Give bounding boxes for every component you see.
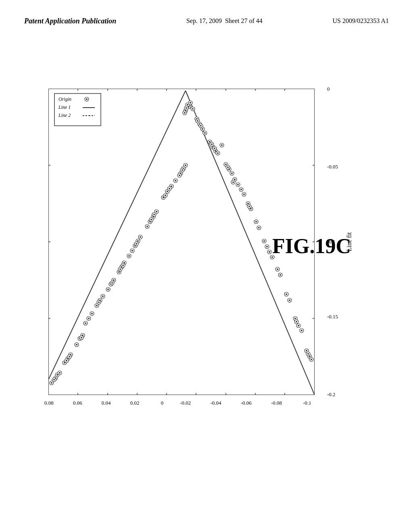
svg-point-58 (88, 318, 90, 319)
svg-point-118 (171, 185, 172, 187)
svg-point-72 (107, 289, 109, 290)
svg-point-158 (200, 125, 202, 127)
svg-point-98 (140, 236, 141, 238)
svg-point-154 (202, 128, 203, 130)
svg-point-230 (309, 356, 311, 357)
svg-point-186 (237, 184, 239, 185)
svg-point-102 (146, 226, 148, 227)
svg-point-86 (122, 264, 124, 266)
svg-point-132 (185, 164, 186, 166)
svg-point-180 (227, 166, 229, 168)
svg-point-62 (85, 322, 86, 324)
svg-point-202 (258, 227, 260, 229)
svg-point-218 (289, 299, 290, 301)
svg-point-48 (69, 356, 70, 357)
svg-point-68 (102, 295, 104, 297)
publication-date-sheet: Sep. 17, 2009 Sheet 27 of 44 (186, 16, 263, 26)
svg-point-38 (59, 372, 60, 374)
x-label-4: 0 (161, 400, 164, 406)
svg-point-144 (190, 102, 191, 104)
publication-title: Patent Application Publication (24, 16, 116, 26)
svg-point-30 (51, 382, 52, 384)
page-header: Patent Application Publication Sep. 17, … (0, 16, 413, 26)
svg-text:Line 2: Line 2 (58, 112, 71, 118)
svg-point-212 (277, 268, 278, 270)
svg-point-108 (156, 211, 157, 212)
svg-point-134 (181, 169, 183, 171)
svg-point-222 (298, 325, 299, 326)
svg-point-146 (192, 108, 194, 110)
svg-line-27 (48, 91, 186, 380)
svg-point-208 (269, 251, 270, 253)
svg-point-110 (150, 219, 152, 220)
figure-label: FIG.19C (272, 234, 351, 258)
svg-point-220 (294, 318, 296, 319)
svg-point-36 (56, 374, 58, 376)
y-label-1: -0.05 (327, 164, 338, 170)
svg-point-164 (209, 141, 211, 143)
y-label-3: -0.15 (327, 314, 338, 320)
svg-point-116 (167, 191, 168, 192)
svg-point-88 (119, 268, 121, 270)
y-label-4: -0.2 (327, 391, 336, 398)
svg-point-50 (76, 344, 77, 345)
svg-point-216 (286, 293, 287, 295)
svg-point-228 (306, 350, 307, 351)
svg-point-234 (311, 359, 312, 360)
svg-point-156 (197, 120, 198, 122)
svg-point-214 (280, 274, 281, 276)
svg-point-204 (263, 240, 265, 242)
svg-point-100 (136, 243, 137, 245)
svg-point-200 (255, 221, 257, 222)
svg-point-226 (301, 330, 302, 331)
x-label-7: -0.06 (241, 400, 252, 406)
svg-point-120 (175, 180, 176, 181)
x-label-3: 0.02 (130, 400, 140, 406)
svg-point-184 (234, 179, 236, 180)
svg-point-142 (184, 112, 186, 114)
svg-point-162 (221, 144, 223, 146)
svg-point-206 (266, 246, 268, 247)
svg-point-172 (217, 152, 219, 154)
svg-point-78 (111, 282, 113, 284)
svg-point-70 (98, 301, 100, 303)
y-label-0: 0 (327, 86, 330, 92)
svg-text:Origin: Origin (58, 96, 71, 102)
svg-point-176 (225, 164, 227, 165)
x-label-8: -0.08 (271, 400, 282, 406)
svg-point-188 (232, 181, 234, 183)
svg-point-76 (113, 279, 115, 281)
svg-point-232 (307, 353, 309, 355)
svg-point-198 (248, 206, 250, 207)
svg-point-240 (86, 98, 88, 100)
x-label-0: 0.08 (44, 400, 54, 406)
svg-point-160 (204, 132, 206, 134)
svg-text:Line 1: Line 1 (58, 104, 71, 110)
svg-point-64 (96, 305, 98, 306)
svg-point-194 (247, 203, 249, 204)
svg-point-80 (118, 271, 120, 273)
svg-point-190 (240, 189, 242, 190)
svg-point-140 (187, 104, 188, 106)
svg-point-224 (296, 321, 297, 322)
svg-point-34 (53, 379, 55, 380)
svg-point-96 (137, 240, 139, 242)
svg-point-90 (128, 255, 130, 257)
svg-point-170 (211, 143, 213, 145)
svg-point-124 (169, 188, 170, 189)
svg-point-130 (179, 175, 180, 176)
patent-number: US 2009/0232353 A1 (332, 16, 389, 26)
x-label-2: 0.04 (102, 400, 111, 406)
svg-point-182 (231, 172, 233, 174)
svg-point-92 (131, 250, 133, 251)
svg-point-122 (165, 195, 166, 196)
x-label-1: 0.06 (73, 400, 82, 406)
svg-point-192 (243, 193, 245, 195)
x-label-9: -0.1 (303, 400, 311, 406)
svg-point-60 (91, 313, 93, 314)
svg-point-148 (186, 107, 187, 109)
svg-point-44 (66, 360, 67, 362)
svg-point-174 (214, 148, 215, 149)
x-label-5: -0.02 (180, 400, 191, 406)
svg-point-56 (81, 337, 82, 339)
